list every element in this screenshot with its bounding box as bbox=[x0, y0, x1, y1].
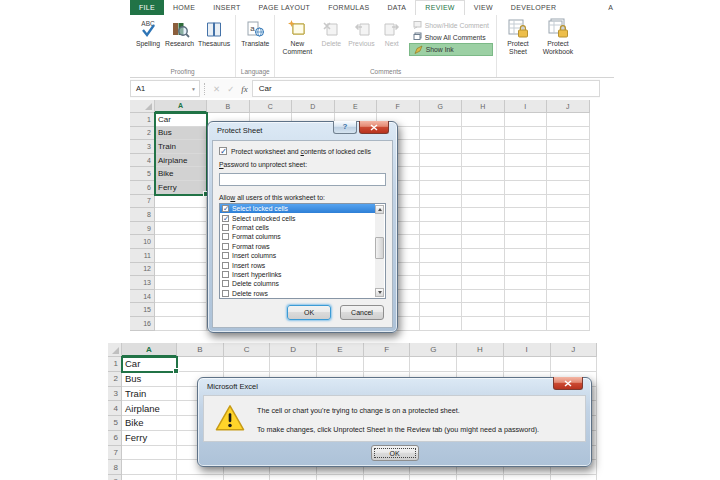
show-ink-button[interactable]: Show Ink bbox=[409, 43, 493, 56]
option-format-columns[interactable]: Format columns bbox=[220, 232, 375, 241]
cell-I3[interactable] bbox=[505, 140, 548, 154]
column-header-c[interactable]: C bbox=[224, 343, 271, 357]
option-checkbox[interactable] bbox=[222, 224, 229, 231]
cell-E9[interactable] bbox=[317, 475, 364, 480]
alert-ok-button[interactable]: OK bbox=[371, 445, 419, 461]
ok-button[interactable]: OK bbox=[287, 305, 331, 320]
option-delete-rows[interactable]: Delete rows bbox=[220, 289, 375, 298]
translate-button[interactable]: a Translate bbox=[239, 16, 271, 48]
cell-A1[interactable]: Car bbox=[155, 113, 207, 127]
cell-A3[interactable]: Train bbox=[122, 387, 177, 402]
cell-A6[interactable]: Ferry bbox=[122, 431, 177, 446]
cell-G8[interactable] bbox=[420, 208, 463, 222]
column-header-d[interactable]: D bbox=[270, 343, 317, 357]
cell-G5[interactable] bbox=[420, 167, 463, 181]
cell-J6[interactable] bbox=[547, 181, 590, 195]
cell-A5[interactable]: Bike bbox=[122, 416, 177, 431]
column-header-g[interactable]: G bbox=[420, 100, 463, 113]
row-header-6[interactable]: 6 bbox=[108, 431, 122, 446]
option-checkbox[interactable] bbox=[222, 215, 229, 222]
list-scrollbar[interactable] bbox=[375, 205, 384, 297]
new-comment-button[interactable]: New Comment bbox=[278, 16, 316, 56]
cell-D1[interactable] bbox=[270, 357, 317, 372]
column-header-e[interactable]: E bbox=[317, 343, 364, 357]
cell-I11[interactable] bbox=[505, 249, 548, 263]
column-header-j[interactable]: J bbox=[547, 100, 590, 113]
cell-G3[interactable] bbox=[420, 140, 463, 154]
row-header-15[interactable]: 15 bbox=[130, 303, 155, 317]
row-header-13[interactable]: 13 bbox=[130, 276, 155, 290]
cancel-button[interactable]: Cancel bbox=[340, 305, 384, 320]
row-header-12[interactable]: 12 bbox=[130, 263, 155, 277]
cell-J4[interactable] bbox=[547, 154, 590, 168]
cell-J16[interactable] bbox=[547, 317, 590, 331]
cell-H2[interactable] bbox=[462, 127, 505, 141]
cell-I12[interactable] bbox=[505, 263, 548, 277]
protect-contents-checkbox-row[interactable]: Protect worksheet and contents of locked… bbox=[219, 147, 386, 155]
cell-A11[interactable] bbox=[155, 249, 207, 263]
row-header-7[interactable]: 7 bbox=[108, 446, 122, 461]
column-header-g[interactable]: G bbox=[410, 343, 457, 357]
cell-I1[interactable] bbox=[505, 113, 548, 127]
row-header-2[interactable]: 2 bbox=[108, 372, 122, 387]
column-header-f[interactable]: F bbox=[364, 343, 411, 357]
protect-workbook-button[interactable]: Protect Workbook bbox=[536, 16, 580, 56]
cell-J15[interactable] bbox=[547, 303, 590, 317]
cell-A13[interactable] bbox=[155, 276, 207, 290]
previous-comment-button[interactable]: Previous bbox=[346, 16, 376, 48]
option-delete-columns[interactable]: Delete columns bbox=[220, 279, 375, 288]
option-checkbox[interactable] bbox=[222, 243, 229, 250]
cell-G14[interactable] bbox=[420, 290, 463, 304]
row-header-4[interactable]: 4 bbox=[130, 154, 155, 168]
column-header-i[interactable]: I bbox=[504, 343, 551, 357]
protect-dialog-titlebar[interactable]: Protect Sheet ? bbox=[208, 122, 397, 139]
cell-J14[interactable] bbox=[547, 290, 590, 304]
cell-J12[interactable] bbox=[547, 263, 590, 277]
cell-I9[interactable] bbox=[504, 475, 551, 480]
column-header-i[interactable]: I bbox=[505, 100, 548, 113]
tab-developer[interactable]: DEVELOPER bbox=[502, 0, 566, 15]
cell-H13[interactable] bbox=[462, 276, 505, 290]
row-header-1[interactable]: 1 bbox=[130, 113, 155, 127]
cell-A16[interactable] bbox=[155, 317, 207, 331]
row-header-2[interactable]: 2 bbox=[130, 127, 155, 141]
option-format-cells[interactable]: Format cells bbox=[220, 223, 375, 232]
row-header-8[interactable]: 8 bbox=[108, 460, 122, 475]
cell-H4[interactable] bbox=[462, 154, 505, 168]
tab-review[interactable]: REVIEW bbox=[415, 0, 464, 15]
name-box-dropdown-icon[interactable]: ▼ bbox=[191, 86, 196, 92]
cell-A7[interactable] bbox=[155, 195, 207, 209]
row-header-11[interactable]: 11 bbox=[130, 249, 155, 263]
row-header-6[interactable]: 6 bbox=[130, 181, 155, 195]
option-checkbox[interactable] bbox=[222, 280, 229, 287]
cell-J8[interactable] bbox=[547, 208, 590, 222]
row-header-7[interactable]: 7 bbox=[130, 195, 155, 209]
cell-A8[interactable] bbox=[122, 460, 177, 475]
cell-A14[interactable] bbox=[155, 290, 207, 304]
cell-A9[interactable] bbox=[122, 475, 177, 480]
column-header-h[interactable]: H bbox=[457, 343, 504, 357]
option-checkbox[interactable] bbox=[222, 252, 229, 259]
cell-B9[interactable] bbox=[177, 475, 224, 480]
cell-A6[interactable]: Ferry bbox=[155, 181, 207, 195]
cell-E1[interactable] bbox=[317, 357, 364, 372]
cell-J11[interactable] bbox=[547, 249, 590, 263]
cell-H9[interactable] bbox=[462, 222, 505, 236]
cell-A8[interactable] bbox=[155, 208, 207, 222]
column-header-a[interactable]: A bbox=[122, 343, 177, 357]
row-header-1[interactable]: 1 bbox=[108, 357, 122, 372]
option-checkbox[interactable] bbox=[222, 205, 229, 212]
option-insert-rows[interactable]: Insert rows bbox=[220, 260, 375, 269]
cell-A4[interactable]: Airplane bbox=[155, 154, 207, 168]
row-header-4[interactable]: 4 bbox=[108, 401, 122, 416]
cell-H10[interactable] bbox=[462, 235, 505, 249]
cell-I9[interactable] bbox=[505, 222, 548, 236]
row-header-5[interactable]: 5 bbox=[108, 416, 122, 431]
cell-J1[interactable] bbox=[551, 357, 598, 372]
row-header-9[interactable]: 9 bbox=[130, 222, 155, 236]
cell-H3[interactable] bbox=[462, 140, 505, 154]
column-header-d[interactable]: D bbox=[292, 100, 335, 113]
cell-C9[interactable] bbox=[224, 475, 271, 480]
cell-G9[interactable] bbox=[410, 475, 457, 480]
cell-J7[interactable] bbox=[547, 195, 590, 209]
